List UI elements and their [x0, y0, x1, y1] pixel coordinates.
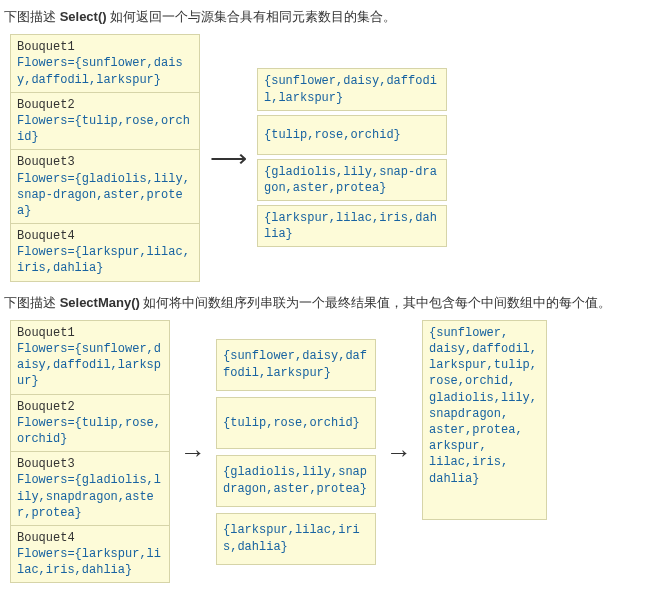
- box-code: {tulip,rose,orchid}: [223, 415, 360, 431]
- intro-text: 如何返回一个与源集合具有相同元素数目的集合。: [107, 9, 397, 24]
- box-title: Bouquet1: [17, 39, 193, 55]
- box-code: Flowers={larkspur,lilac,iris,dahlia}: [17, 244, 193, 276]
- result-box: {tulip,rose,orchid}: [257, 115, 447, 155]
- box-code: Flowers={tulip,rose,orchid}: [17, 415, 163, 447]
- final-result-box: {sunflower, daisy,daffodil, larkspur,tul…: [422, 320, 547, 520]
- box-title: Bouquet2: [17, 97, 193, 113]
- box-code: {gladiolis,lily,snap-dragon,aster,protea…: [264, 164, 440, 196]
- box-code: {sunflower, daisy,daffodil, larkspur,tul…: [429, 326, 537, 486]
- box-title: Bouquet3: [17, 154, 193, 170]
- arrow-icon: ⟶: [206, 145, 251, 171]
- selectmany-source-column: Bouquet1 Flowers={sunflower,daisy,daffod…: [10, 320, 170, 584]
- box-code: Flowers={gladiolis,lily,snap-dragon,aste…: [17, 171, 193, 220]
- selectmany-intro: 下图描述 SelectMany() 如何将中间数组序列串联为一个最终结果值，其中…: [4, 294, 650, 312]
- box-code: {tulip,rose,orchid}: [264, 127, 401, 143]
- box-code: Flowers={larkspur,lilac,iris,dahlia}: [17, 546, 163, 578]
- selectmany-keyword: SelectMany(): [60, 295, 140, 310]
- select-diagram: Bouquet1 Flowers={sunflower,daisy,daffod…: [10, 34, 650, 281]
- select-keyword: Select(): [60, 9, 107, 24]
- box-title: Bouquet2: [17, 399, 163, 415]
- bouquet3-box: Bouquet3 Flowers={gladiolis,lily,snapdra…: [10, 452, 170, 526]
- box-code: {sunflower,daisy,daffodil,larkspur}: [264, 73, 440, 105]
- arrow-icon: →: [176, 439, 210, 465]
- bouquet2-box: Bouquet2 Flowers={tulip,rose,orchid}: [10, 93, 200, 151]
- bouquet4-box: Bouquet4 Flowers={larkspur,lilac,iris,da…: [10, 526, 170, 584]
- intermediate-box: {sunflower,daisy,daffodil,larkspur}: [216, 339, 376, 391]
- bouquet1-box: Bouquet1 Flowers={sunflower,daisy,daffod…: [10, 320, 170, 395]
- box-code: Flowers={gladiolis,lily,snapdragon,aster…: [17, 472, 163, 521]
- bouquet4-box: Bouquet4 Flowers={larkspur,lilac,iris,da…: [10, 224, 200, 282]
- box-code: {larkspur,lilac,iris,dahlia}: [223, 522, 369, 554]
- box-code: Flowers={sunflower,daisy,daffodil,larksp…: [17, 341, 163, 390]
- selectmany-result-column: {sunflower, daisy,daffodil, larkspur,tul…: [422, 320, 547, 520]
- box-title: Bouquet4: [17, 228, 193, 244]
- bouquet3-box: Bouquet3 Flowers={gladiolis,lily,snap-dr…: [10, 150, 200, 224]
- box-code: {sunflower,daisy,daffodil,larkspur}: [223, 348, 369, 380]
- result-box: {larkspur,lilac,iris,dahlia}: [257, 205, 447, 247]
- intermediate-box: {gladiolis,lily,snapdragon,aster,protea}: [216, 455, 376, 507]
- selectmany-intermediate-column: {sunflower,daisy,daffodil,larkspur} {tul…: [216, 339, 376, 565]
- box-code: {larkspur,lilac,iris,dahlia}: [264, 210, 440, 242]
- selectmany-diagram: Bouquet1 Flowers={sunflower,daisy,daffod…: [10, 320, 650, 584]
- intro-text: 下图描述: [4, 9, 60, 24]
- intro-text: 如何将中间数组序列串联为一个最终结果值，其中包含每个中间数组中的每个值。: [140, 295, 612, 310]
- bouquet1-box: Bouquet1 Flowers={sunflower,daisy,daffod…: [10, 34, 200, 93]
- intermediate-box: {larkspur,lilac,iris,dahlia}: [216, 513, 376, 565]
- bouquet2-box: Bouquet2 Flowers={tulip,rose,orchid}: [10, 395, 170, 453]
- select-source-column: Bouquet1 Flowers={sunflower,daisy,daffod…: [10, 34, 200, 281]
- arrow-icon: →: [382, 439, 416, 465]
- select-intro: 下图描述 Select() 如何返回一个与源集合具有相同元素数目的集合。: [4, 8, 650, 26]
- box-title: Bouquet4: [17, 530, 163, 546]
- result-box: {gladiolis,lily,snap-dragon,aster,protea…: [257, 159, 447, 201]
- select-output-column: {sunflower,daisy,daffodil,larkspur} {tul…: [257, 68, 447, 247]
- box-code: Flowers={sunflower,daisy,daffodil,larksp…: [17, 55, 193, 87]
- box-code: {gladiolis,lily,snapdragon,aster,protea}: [223, 464, 369, 496]
- box-title: Bouquet3: [17, 456, 163, 472]
- intro-text: 下图描述: [4, 295, 60, 310]
- intermediate-box: {tulip,rose,orchid}: [216, 397, 376, 449]
- result-box: {sunflower,daisy,daffodil,larkspur}: [257, 68, 447, 110]
- box-code: Flowers={tulip,rose,orchid}: [17, 113, 193, 145]
- box-title: Bouquet1: [17, 325, 163, 341]
